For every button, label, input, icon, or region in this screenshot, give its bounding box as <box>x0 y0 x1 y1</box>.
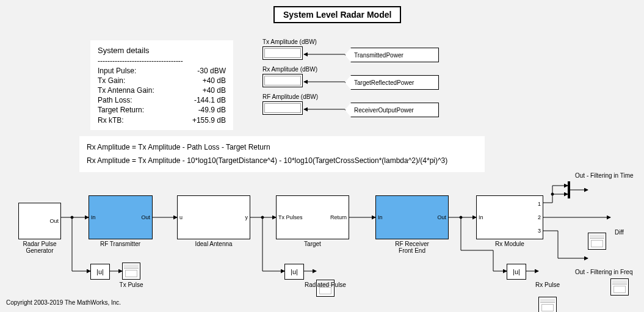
block-label: RF ReceiverFront End <box>395 241 429 254</box>
port-out: Out <box>49 218 59 224</box>
details-divider: ----------------------------------- <box>98 56 226 66</box>
display-box[interactable] <box>262 74 303 87</box>
block-target[interactable]: Tx Pulses Return <box>276 195 349 239</box>
port-in: In <box>91 214 96 220</box>
port-in: In <box>378 214 383 220</box>
port-in: In <box>479 214 483 220</box>
block-rf-transmitter[interactable]: In Out <box>89 195 153 239</box>
display-rf-amplitude: RF Amplitude (dBW) <box>262 93 318 115</box>
block-abs-tx[interactable]: |u| <box>90 264 110 280</box>
port-out: Out <box>437 214 446 220</box>
scope-label: Tx Pulse <box>120 281 143 288</box>
scope-label: Out - Filtering in Time <box>575 172 634 179</box>
port-out: Return <box>330 214 347 220</box>
scope-label: Rx Pulse <box>535 281 560 288</box>
details-heading: System details <box>98 45 226 56</box>
block-label: RF Transmitter <box>100 241 140 247</box>
formula-line: Rx Amplitude = Tx Amplitude - 10*log10(T… <box>87 154 477 168</box>
port-out: Out <box>141 214 150 220</box>
port-out: 1 <box>538 201 541 207</box>
display-box[interactable] <box>262 101 303 115</box>
display-label: Tx Amplitude (dBW) <box>262 38 317 45</box>
display-label: RF Amplitude (dBW) <box>262 93 318 100</box>
display-tx-amplitude: Tx Amplitude (dBW) <box>262 38 317 60</box>
formula-line: Rx Amplitude = Tx Amplitude - Path Loss … <box>87 141 477 154</box>
port-out: 2 <box>538 214 541 220</box>
formulas-panel: Rx Amplitude = Tx Amplitude - Path Loss … <box>79 136 485 172</box>
from-tag-transmitted-power[interactable]: TransmittedPower <box>345 48 439 62</box>
port-in: Tx Pulses <box>278 214 303 220</box>
scope-label: Out - Filtering in Freq <box>575 269 632 275</box>
port-out: 3 <box>538 228 541 234</box>
details-table: Input Pulse:-30 dBW Tx Gain:+40 dB Tx An… <box>98 66 226 125</box>
block-radar-pulse-generator[interactable]: Out <box>18 203 61 239</box>
diagram-title: System Level Radar Model <box>273 6 401 23</box>
from-tag-receiver-output-power[interactable]: ReceiverOutputPower <box>345 103 439 117</box>
port-out: y <box>245 214 248 220</box>
display-rx-amplitude: Rx Amplitude (dBW) <box>262 66 317 87</box>
scope-diff[interactable] <box>610 278 629 296</box>
table-row: Tx Gain:+40 dB <box>98 76 226 85</box>
copyright-text: Copyright 2003-2019 The MathWorks, Inc. <box>6 299 121 306</box>
block-abs-radiated[interactable]: |u| <box>284 264 304 280</box>
table-row: Input Pulse:-30 dBW <box>98 66 226 76</box>
table-row: Target Return:-49.9 dB <box>98 105 226 115</box>
block-label: Radar PulseGenerator <box>23 241 56 254</box>
from-tag-target-reflected-power[interactable]: TargetReflectedPower <box>345 75 439 90</box>
table-row: Tx Antenna Gain:+40 dB <box>98 85 226 95</box>
display-label: Rx Amplitude (dBW) <box>262 66 317 73</box>
display-box[interactable] <box>262 46 303 60</box>
block-label: Target <box>304 241 321 247</box>
svg-point-12 <box>460 216 462 219</box>
scope-label: Diff <box>615 229 624 236</box>
scope-label: Radiated Pulse <box>305 281 346 288</box>
block-label: Rx Module <box>495 241 524 247</box>
scope-out-time[interactable] <box>588 233 606 250</box>
table-row: Path Loss:-144.1 dB <box>98 95 226 105</box>
table-row: Rx kTB:+155.9 dB <box>98 115 226 125</box>
block-ideal-antenna[interactable]: u y <box>177 195 250 239</box>
svg-point-10 <box>261 216 264 219</box>
block-abs-rx[interactable]: |u| <box>507 264 526 280</box>
block-label: Ideal Antenna <box>195 241 232 247</box>
block-rx-module[interactable]: In 1 2 3 <box>476 195 543 239</box>
port-in: u <box>179 214 183 220</box>
system-details-panel: System details -------------------------… <box>90 40 233 130</box>
block-rf-receiver-front-end[interactable]: In Out <box>375 195 449 239</box>
scope-tx-pulse[interactable] <box>122 263 140 280</box>
svg-point-8 <box>71 216 73 219</box>
scope-rx-pulse[interactable] <box>538 297 557 312</box>
svg-point-14 <box>551 193 554 195</box>
block-mux[interactable] <box>568 181 570 198</box>
